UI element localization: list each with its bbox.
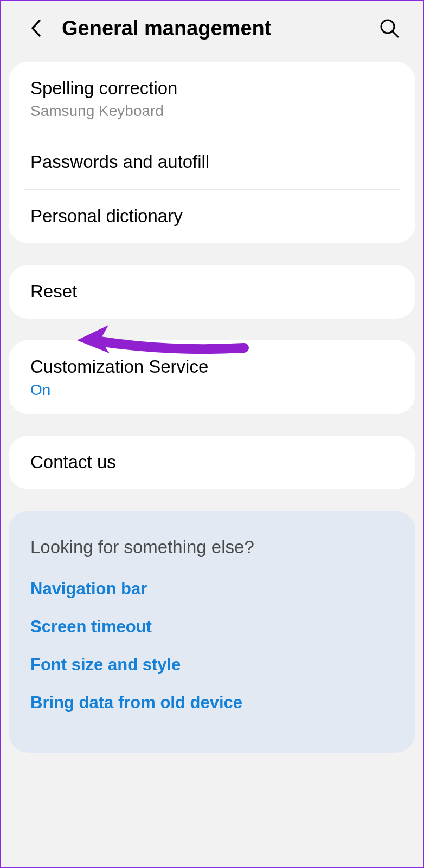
page-title: General management bbox=[62, 17, 362, 40]
reset-item[interactable]: Reset bbox=[9, 265, 415, 319]
navigation-bar-link[interactable]: Navigation bar bbox=[30, 579, 394, 599]
item-title: Personal dictionary bbox=[30, 205, 394, 228]
screen-timeout-link[interactable]: Screen timeout bbox=[30, 617, 394, 637]
item-title: Contact us bbox=[30, 451, 394, 474]
settings-group-2: Reset bbox=[9, 265, 415, 319]
search-button[interactable] bbox=[377, 16, 401, 40]
back-icon bbox=[30, 19, 41, 37]
item-title: Passwords and autofill bbox=[30, 151, 394, 174]
svg-line-1 bbox=[393, 31, 398, 37]
bring-data-link[interactable]: Bring data from old device bbox=[30, 693, 394, 712]
item-title: Spelling correction bbox=[30, 77, 394, 100]
settings-group-1: Spelling correction Samsung Keyboard Pas… bbox=[9, 62, 415, 243]
settings-group-4: Contact us bbox=[9, 436, 415, 489]
footer-title: Looking for something else? bbox=[30, 537, 394, 558]
passwords-autofill-item[interactable]: Passwords and autofill bbox=[9, 135, 415, 189]
item-status: On bbox=[30, 381, 394, 399]
header: General management bbox=[1, 1, 423, 62]
personal-dictionary-item[interactable]: Personal dictionary bbox=[9, 190, 415, 243]
item-title: Reset bbox=[30, 280, 394, 303]
spelling-correction-item[interactable]: Spelling correction Samsung Keyboard bbox=[9, 62, 415, 135]
font-size-style-link[interactable]: Font size and style bbox=[30, 655, 394, 675]
item-title: Customization Service bbox=[30, 355, 394, 379]
contact-us-item[interactable]: Contact us bbox=[9, 436, 415, 489]
search-icon bbox=[379, 18, 400, 38]
customization-service-item[interactable]: Customization Service On bbox=[9, 340, 415, 414]
settings-group-3: Customization Service On bbox=[9, 340, 415, 414]
item-subtitle: Samsung Keyboard bbox=[30, 102, 394, 120]
footer-section: Looking for something else? Navigation b… bbox=[9, 511, 415, 753]
back-button[interactable] bbox=[25, 17, 47, 39]
